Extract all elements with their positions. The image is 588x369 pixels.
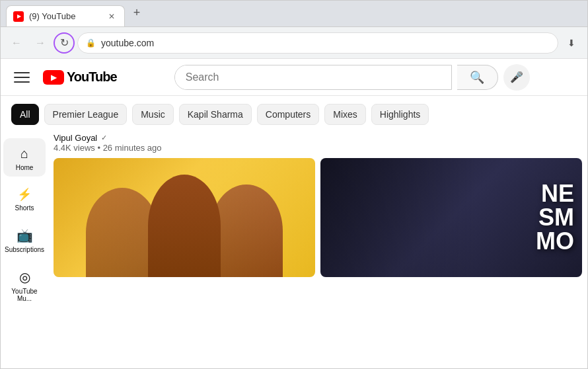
youtube-header: YouTube 🔍 🎤 <box>1 59 587 96</box>
search-button[interactable]: 🔍 <box>457 65 498 90</box>
sidebar: ⌂ Home ⚡ Shorts 📺 Subscriptions ◎ YouTub… <box>1 133 48 368</box>
search-icon: 🔍 <box>470 70 484 85</box>
filter-chip-highlights[interactable]: Highlights <box>371 104 429 125</box>
sidebar-item-youtube-music[interactable]: ◎ YouTube Mu... <box>3 261 46 308</box>
subscriptions-icon: 📺 <box>17 227 33 243</box>
channel-row-1: Vipul Goyal ✓ <box>54 133 315 143</box>
filter-chip-premier-league[interactable]: Premier League <box>44 104 128 125</box>
youtube-page: YouTube 🔍 🎤 All Premier League Music Kap… <box>1 59 587 368</box>
filter-bar: All Premier League Music Kapil Sharma Co… <box>1 96 587 133</box>
download-button[interactable]: ⬇ <box>561 32 582 54</box>
tab-close-button[interactable]: ✕ <box>106 11 118 22</box>
mic-icon: 🎤 <box>510 71 523 83</box>
reload-button[interactable]: ↻ <box>54 32 75 54</box>
lock-icon: 🔒 <box>86 38 96 48</box>
tab-bar: (9) YouTube ✕ + <box>1 1 587 27</box>
video-meta-1: 4.4K views • 26 minutes ago <box>54 143 315 153</box>
channel-name-1: Vipul Goyal <box>54 133 97 143</box>
home-icon: ⌂ <box>20 146 28 161</box>
new-tab-button[interactable]: + <box>128 4 146 22</box>
sidebar-shorts-label: Shorts <box>15 204 34 212</box>
address-bar[interactable]: 🔒 youtube.com <box>77 32 558 54</box>
filter-chip-kapil-sharma[interactable]: Kapil Sharma <box>179 104 252 125</box>
youtube-logo-icon <box>43 70 64 85</box>
verified-icon-1: ✓ <box>101 134 107 142</box>
sidebar-item-subscriptions[interactable]: 📺 Subscriptions <box>3 220 46 259</box>
sidebar-subscriptions-label: Subscriptions <box>5 246 44 253</box>
video-info-1: Vipul Goyal ✓ 4.4K views • 26 minutes ag… <box>54 133 315 158</box>
video-feed: Vipul Goyal ✓ 4.4K views • 26 minutes ag… <box>48 133 587 368</box>
navigation-bar: ← → ↻ 🔒 youtube.com ⬇ <box>1 27 587 59</box>
tab-title: (9) YouTube <box>29 11 100 21</box>
search-wrapper: 🔍 🎤 <box>128 64 577 91</box>
search-input[interactable] <box>175 65 451 89</box>
forward-button[interactable]: → <box>30 32 51 54</box>
address-text: youtube.com <box>101 38 550 48</box>
filter-chip-computers[interactable]: Computers <box>257 104 319 125</box>
voice-search-button[interactable]: 🎤 <box>503 64 530 91</box>
youtube-logo-text: YouTube <box>67 69 117 85</box>
youtube-logo[interactable]: YouTube <box>43 69 117 85</box>
video-card-2[interactable]: NE SM MO <box>320 133 587 368</box>
filter-chip-all[interactable]: All <box>11 104 39 125</box>
tab-favicon <box>13 11 24 22</box>
video-thumbnail-1[interactable] <box>54 158 315 277</box>
shorts-icon: ⚡ <box>17 187 32 202</box>
video-thumbnail-2[interactable]: NE SM MO <box>320 158 582 277</box>
back-button[interactable]: ← <box>6 32 27 54</box>
sidebar-home-label: Home <box>16 164 34 171</box>
hamburger-menu-button[interactable] <box>11 67 32 88</box>
feed-grid: Vipul Goyal ✓ 4.4K views • 26 minutes ag… <box>54 133 587 368</box>
sidebar-music-label: YouTube Mu... <box>9 288 40 302</box>
content-area: ⌂ Home ⚡ Shorts 📺 Subscriptions ◎ YouTub… <box>1 133 587 368</box>
filter-chip-music[interactable]: Music <box>132 104 174 125</box>
filter-chip-mixes[interactable]: Mixes <box>324 104 366 125</box>
sidebar-item-shorts[interactable]: ⚡ Shorts <box>3 179 46 217</box>
sidebar-item-home[interactable]: ⌂ Home <box>3 138 46 177</box>
music-icon: ◎ <box>19 269 30 285</box>
search-bar <box>174 65 452 90</box>
active-tab[interactable]: (9) YouTube ✕ <box>6 5 125 26</box>
video-card-1[interactable]: Vipul Goyal ✓ 4.4K views • 26 minutes ag… <box>54 133 320 368</box>
